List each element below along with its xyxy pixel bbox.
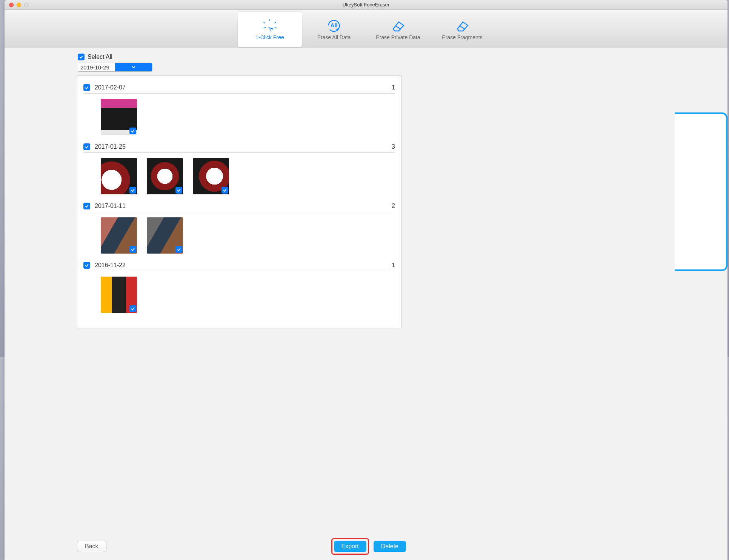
group-header: 2017-02-071 xyxy=(83,80,395,94)
group-count: 2 xyxy=(392,203,395,209)
minimize-icon[interactable] xyxy=(17,3,21,7)
traffic-lights xyxy=(9,3,29,7)
date-filter-dropdown[interactable]: 2019-10-29 xyxy=(78,63,152,72)
cursor-sparkle-icon xyxy=(261,18,278,32)
eraser-icon xyxy=(390,18,406,32)
svg-point-1 xyxy=(336,28,338,30)
group-header: 2017-01-253 xyxy=(83,139,395,153)
thumbnail-checkbox[interactable] xyxy=(129,187,136,194)
photo-thumbnail[interactable] xyxy=(101,99,137,135)
group-count: 3 xyxy=(392,143,395,150)
eraser-fragments-icon xyxy=(454,18,468,32)
group-checkbox[interactable] xyxy=(83,143,90,150)
panel: Select All 2019-10-29 2017-02-0712017-01… xyxy=(48,48,429,357)
photo-thumbnail[interactable] xyxy=(101,217,137,254)
close-icon[interactable] xyxy=(9,3,14,7)
group-date: 2016-11-22 xyxy=(95,262,126,269)
toolbar: 1-Click Free All Erase All Data Erase Pr… xyxy=(5,10,468,48)
thumb-row xyxy=(83,158,395,194)
photo-list[interactable]: 2017-02-0712017-01-2532017-01-1122016-11… xyxy=(77,75,401,328)
group-checkbox[interactable] xyxy=(83,84,90,91)
thumbnail-checkbox[interactable] xyxy=(221,187,228,194)
select-all-label: Select All xyxy=(88,54,112,60)
thumbnail-checkbox[interactable] xyxy=(175,246,182,253)
thumb-row xyxy=(83,217,395,254)
thumbnail-checkbox[interactable] xyxy=(129,305,136,312)
photo-thumbnail[interactable] xyxy=(147,217,183,254)
tab-erase-private-data[interactable]: Erase Private Data xyxy=(366,12,430,47)
erase-all-icon: All xyxy=(326,18,342,32)
tab-label: Erase Fragments xyxy=(442,34,468,40)
zoom-icon[interactable] xyxy=(24,3,29,7)
svg-text:All: All xyxy=(331,22,338,28)
tab-label: Erase Private Data xyxy=(376,34,420,40)
group-checkbox[interactable] xyxy=(83,262,90,269)
group-checkbox[interactable] xyxy=(83,203,90,209)
thumb-row xyxy=(83,99,395,135)
window-title: UkeySoft FoneEraser xyxy=(343,2,389,8)
group-count: 1 xyxy=(392,84,395,91)
group-date: 2017-01-25 xyxy=(95,143,126,150)
tab-erase-all-data[interactable]: All Erase All Data xyxy=(302,12,366,47)
group-count: 1 xyxy=(392,262,395,269)
thumbnail-checkbox[interactable] xyxy=(175,187,182,194)
group-date: 2017-01-11 xyxy=(95,203,126,209)
group-header: 2017-01-112 xyxy=(83,198,395,212)
photo-thumbnail[interactable] xyxy=(193,158,229,194)
photo-thumbnail[interactable] xyxy=(101,158,137,194)
photo-thumbnail[interactable] xyxy=(147,158,183,194)
date-filter-value: 2019-10-29 xyxy=(78,64,115,71)
group-date: 2017-02-07 xyxy=(95,84,126,91)
thumb-row xyxy=(83,277,395,313)
chevron-down-icon xyxy=(115,63,152,71)
thumbnail-checkbox[interactable] xyxy=(129,128,136,134)
titlebar: UkeySoft FoneEraser xyxy=(5,0,468,10)
tab-erase-fragments[interactable]: Erase Fragments xyxy=(430,12,468,47)
select-all-row: Select All xyxy=(48,48,429,60)
select-all-checkbox[interactable] xyxy=(78,54,85,60)
tab-label: Erase All Data xyxy=(317,34,351,40)
tab-label: 1-Click Free xyxy=(255,34,284,40)
tab-1-click-free[interactable]: 1-Click Free xyxy=(238,12,302,47)
content-area: Select All 2019-10-29 2017-02-0712017-01… xyxy=(5,48,468,357)
group-header: 2016-11-221 xyxy=(83,257,395,271)
photo-thumbnail[interactable] xyxy=(101,277,137,313)
app-window: UkeySoft FoneEraser 1-Click Free All Era… xyxy=(5,0,468,357)
thumbnail-checkbox[interactable] xyxy=(129,246,136,253)
